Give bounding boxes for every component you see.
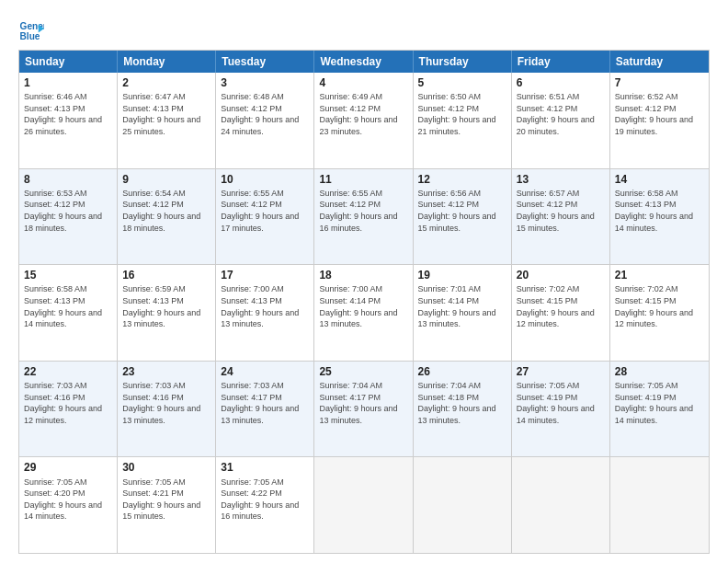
day-cell-16: 16Sunrise: 6:59 AMSunset: 4:13 PMDayligh… (118, 265, 216, 361)
day-info: Sunrise: 7:05 AMSunset: 4:19 PMDaylight:… (517, 381, 595, 425)
day-cell-10: 10Sunrise: 6:55 AMSunset: 4:12 PMDayligh… (216, 169, 314, 265)
day-number: 1 (24, 75, 112, 90)
day-info: Sunrise: 7:03 AMSunset: 4:16 PMDaylight:… (122, 381, 200, 425)
logo: General Blue (18, 18, 44, 44)
day-info: Sunrise: 7:05 AMSunset: 4:20 PMDaylight:… (24, 477, 102, 522)
empty-cell (414, 457, 512, 553)
day-number: 22 (24, 364, 112, 379)
calendar-week-3: 15Sunrise: 6:58 AMSunset: 4:13 PMDayligh… (19, 265, 709, 362)
day-number: 7 (615, 75, 704, 90)
day-cell-8: 8Sunrise: 6:53 AMSunset: 4:12 PMDaylight… (19, 169, 118, 265)
day-info: Sunrise: 7:01 AMSunset: 4:14 PMDaylight:… (418, 284, 496, 328)
day-info: Sunrise: 6:53 AMSunset: 4:12 PMDaylight:… (24, 189, 102, 233)
day-number: 16 (122, 268, 210, 282)
day-info: Sunrise: 7:05 AMSunset: 4:22 PMDaylight:… (221, 477, 299, 522)
day-cell-30: 30Sunrise: 7:05 AMSunset: 4:21 PMDayligh… (118, 457, 216, 553)
calendar-body: 1Sunrise: 6:46 AMSunset: 4:13 PMDaylight… (19, 73, 709, 553)
day-cell-19: 19Sunrise: 7:01 AMSunset: 4:14 PMDayligh… (414, 265, 512, 361)
day-cell-1: 1Sunrise: 6:46 AMSunset: 4:13 PMDaylight… (19, 73, 118, 168)
page: General Blue SundayMondayTuesdayWednesda… (0, 0, 728, 563)
day-number: 3 (221, 75, 309, 90)
header-day-friday: Friday (512, 51, 610, 73)
day-number: 25 (319, 364, 407, 379)
day-cell-14: 14Sunrise: 6:58 AMSunset: 4:13 PMDayligh… (610, 169, 709, 265)
header-day-wednesday: Wednesday (314, 51, 413, 73)
day-number: 28 (615, 364, 704, 379)
calendar-week-2: 8Sunrise: 6:53 AMSunset: 4:12 PMDaylight… (19, 169, 709, 266)
day-cell-27: 27Sunrise: 7:05 AMSunset: 4:19 PMDayligh… (512, 362, 610, 457)
day-number: 14 (615, 172, 704, 187)
day-cell-26: 26Sunrise: 7:04 AMSunset: 4:18 PMDayligh… (414, 362, 512, 457)
day-info: Sunrise: 7:00 AMSunset: 4:14 PMDaylight:… (319, 284, 397, 328)
empty-cell (314, 457, 413, 553)
day-cell-31: 31Sunrise: 7:05 AMSunset: 4:22 PMDayligh… (216, 457, 314, 553)
day-info: Sunrise: 7:05 AMSunset: 4:19 PMDaylight:… (615, 381, 693, 425)
day-number: 4 (319, 75, 407, 90)
day-info: Sunrise: 6:58 AMSunset: 4:13 PMDaylight:… (24, 284, 102, 328)
header-day-thursday: Thursday (414, 51, 512, 73)
day-info: Sunrise: 6:51 AMSunset: 4:12 PMDaylight:… (517, 92, 595, 136)
day-cell-29: 29Sunrise: 7:05 AMSunset: 4:20 PMDayligh… (19, 457, 118, 553)
calendar-header: SundayMondayTuesdayWednesdayThursdayFrid… (19, 51, 709, 73)
day-number: 11 (319, 172, 407, 187)
day-info: Sunrise: 6:54 AMSunset: 4:12 PMDaylight:… (122, 189, 200, 233)
day-number: 19 (418, 268, 506, 282)
day-cell-22: 22Sunrise: 7:03 AMSunset: 4:16 PMDayligh… (19, 362, 118, 457)
day-cell-4: 4Sunrise: 6:49 AMSunset: 4:12 PMDaylight… (314, 73, 413, 168)
day-number: 2 (122, 75, 210, 90)
day-info: Sunrise: 6:47 AMSunset: 4:13 PMDaylight:… (122, 92, 200, 136)
day-cell-21: 21Sunrise: 7:02 AMSunset: 4:15 PMDayligh… (610, 265, 709, 361)
day-cell-5: 5Sunrise: 6:50 AMSunset: 4:12 PMDaylight… (414, 73, 512, 168)
logo-icon: General Blue (18, 18, 44, 44)
day-number: 6 (517, 75, 605, 90)
day-cell-2: 2Sunrise: 6:47 AMSunset: 4:13 PMDaylight… (118, 73, 216, 168)
day-info: Sunrise: 7:02 AMSunset: 4:15 PMDaylight:… (517, 284, 595, 328)
day-cell-28: 28Sunrise: 7:05 AMSunset: 4:19 PMDayligh… (610, 362, 709, 457)
day-number: 9 (122, 172, 210, 187)
day-number: 24 (221, 364, 309, 379)
day-number: 30 (122, 460, 210, 475)
day-info: Sunrise: 6:58 AMSunset: 4:13 PMDaylight:… (615, 189, 693, 233)
day-info: Sunrise: 6:55 AMSunset: 4:12 PMDaylight:… (221, 189, 299, 233)
day-info: Sunrise: 6:56 AMSunset: 4:12 PMDaylight:… (418, 189, 496, 233)
calendar-week-4: 22Sunrise: 7:03 AMSunset: 4:16 PMDayligh… (19, 362, 709, 458)
day-number: 15 (24, 268, 112, 282)
header-day-monday: Monday (118, 51, 216, 73)
day-cell-24: 24Sunrise: 7:03 AMSunset: 4:17 PMDayligh… (216, 362, 314, 457)
day-cell-11: 11Sunrise: 6:55 AMSunset: 4:12 PMDayligh… (314, 169, 413, 265)
header: General Blue (18, 15, 710, 44)
day-info: Sunrise: 7:05 AMSunset: 4:21 PMDaylight:… (122, 477, 200, 522)
day-cell-15: 15Sunrise: 6:58 AMSunset: 4:13 PMDayligh… (19, 265, 118, 361)
day-info: Sunrise: 7:02 AMSunset: 4:15 PMDaylight:… (615, 284, 693, 328)
day-number: 23 (122, 364, 210, 379)
day-info: Sunrise: 7:03 AMSunset: 4:17 PMDaylight:… (221, 381, 299, 425)
empty-cell (610, 457, 709, 553)
day-number: 26 (418, 364, 506, 379)
empty-cell (512, 457, 610, 553)
day-cell-13: 13Sunrise: 6:57 AMSunset: 4:12 PMDayligh… (512, 169, 610, 265)
calendar: SundayMondayTuesdayWednesdayThursdayFrid… (18, 50, 710, 554)
day-cell-7: 7Sunrise: 6:52 AMSunset: 4:12 PMDaylight… (610, 73, 709, 168)
day-number: 5 (418, 75, 506, 90)
day-info: Sunrise: 7:03 AMSunset: 4:16 PMDaylight:… (24, 381, 102, 425)
day-info: Sunrise: 6:59 AMSunset: 4:13 PMDaylight:… (122, 284, 200, 328)
header-day-tuesday: Tuesday (216, 51, 314, 73)
day-cell-6: 6Sunrise: 6:51 AMSunset: 4:12 PMDaylight… (512, 73, 610, 168)
day-number: 17 (221, 268, 309, 282)
day-cell-25: 25Sunrise: 7:04 AMSunset: 4:17 PMDayligh… (314, 362, 413, 457)
day-info: Sunrise: 6:49 AMSunset: 4:12 PMDaylight:… (319, 92, 397, 136)
day-info: Sunrise: 6:57 AMSunset: 4:12 PMDaylight:… (517, 189, 595, 233)
day-number: 27 (517, 364, 605, 379)
day-cell-20: 20Sunrise: 7:02 AMSunset: 4:15 PMDayligh… (512, 265, 610, 361)
day-info: Sunrise: 7:04 AMSunset: 4:18 PMDaylight:… (418, 381, 496, 425)
day-cell-3: 3Sunrise: 6:48 AMSunset: 4:12 PMDaylight… (216, 73, 314, 168)
svg-text:Blue: Blue (20, 31, 40, 41)
day-info: Sunrise: 6:48 AMSunset: 4:12 PMDaylight:… (221, 92, 299, 136)
day-cell-9: 9Sunrise: 6:54 AMSunset: 4:12 PMDaylight… (118, 169, 216, 265)
day-cell-12: 12Sunrise: 6:56 AMSunset: 4:12 PMDayligh… (414, 169, 512, 265)
day-cell-18: 18Sunrise: 7:00 AMSunset: 4:14 PMDayligh… (314, 265, 413, 361)
day-info: Sunrise: 7:00 AMSunset: 4:13 PMDaylight:… (221, 284, 299, 328)
header-day-sunday: Sunday (19, 51, 118, 73)
day-number: 31 (221, 460, 309, 475)
day-number: 18 (319, 268, 407, 282)
